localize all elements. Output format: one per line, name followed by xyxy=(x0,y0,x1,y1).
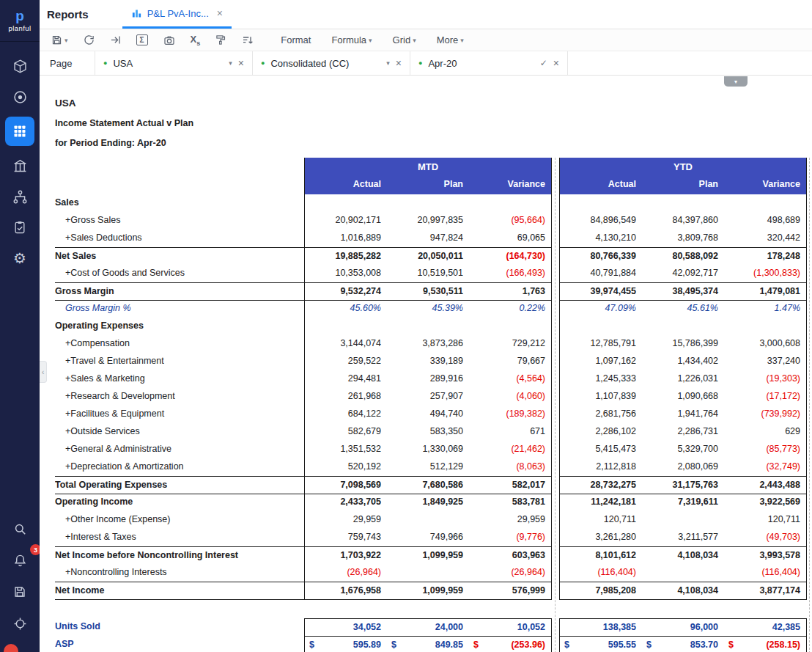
table-cell[interactable] xyxy=(642,564,724,582)
table-cell[interactable]: 1,676,958 xyxy=(305,582,387,599)
table-cell[interactable]: 4,108,034 xyxy=(642,582,724,599)
table-cell[interactable]: 1,763 xyxy=(469,283,551,300)
table-cell[interactable]: 583,781 xyxy=(469,494,551,511)
sidebar-item-modeling[interactable] xyxy=(5,55,34,77)
table-cell[interactable] xyxy=(305,194,387,212)
table-cell[interactable]: 947,824 xyxy=(387,230,469,247)
table-cell[interactable]: 8,101,612 xyxy=(560,547,642,564)
table-cell[interactable]: 0.22% xyxy=(469,300,551,318)
table-cell[interactable]: 7,985,208 xyxy=(560,582,642,599)
row-label[interactable]: +Compensation xyxy=(55,335,304,353)
table-cell[interactable]: 3,144,074 xyxy=(305,335,387,353)
row-label[interactable]: +Depreciation & Amortization xyxy=(55,458,304,476)
table-cell[interactable]: 45.39% xyxy=(387,300,469,318)
table-cell[interactable]: 3,261,280 xyxy=(560,529,642,546)
table-cell[interactable]: 29,959 xyxy=(305,511,387,529)
table-cell[interactable]: (116,404) xyxy=(724,564,806,582)
table-cell[interactable]: 259,522 xyxy=(305,353,387,370)
row-label[interactable]: Gross Margin % xyxy=(55,300,304,318)
table-cell[interactable]: 19,885,282 xyxy=(305,248,387,265)
menu-grid[interactable]: Grid ▾ xyxy=(393,34,416,45)
table-cell[interactable]: 138,385 xyxy=(560,619,642,636)
table-cell[interactable]: 1,849,925 xyxy=(387,494,469,511)
column-header[interactable]: Actual xyxy=(560,175,642,194)
insert-formula-button[interactable]: Σ xyxy=(136,34,148,45)
table-cell[interactable]: 729,212 xyxy=(469,335,551,353)
table-cell[interactable]: 2,443,488 xyxy=(724,477,806,494)
table-cell[interactable]: 582,679 xyxy=(305,423,387,441)
table-cell[interactable]: 15,786,399 xyxy=(642,335,724,353)
table-cell[interactable]: 512,129 xyxy=(387,458,469,476)
column-header[interactable]: Plan xyxy=(642,175,724,194)
row-label[interactable]: +Facilitues & Equipment xyxy=(55,406,304,423)
row-label[interactable]: Operating Income xyxy=(55,494,304,511)
table-cell[interactable]: 749,966 xyxy=(387,529,469,546)
table-cell[interactable]: 38,495,374 xyxy=(642,283,724,300)
table-cell[interactable]: (9,776) xyxy=(469,529,551,546)
table-cell[interactable] xyxy=(387,511,469,529)
table-cell[interactable]: 337,240 xyxy=(724,353,806,370)
table-cell[interactable]: (116,404) xyxy=(560,564,642,582)
table-cell[interactable]: 3,000,608 xyxy=(724,335,806,353)
filter-clear-icon[interactable]: × xyxy=(553,57,559,69)
row-label[interactable]: +General & Administrative xyxy=(55,441,304,458)
save-button[interactable]: ▾ xyxy=(51,34,68,45)
table-cell[interactable]: (166,493) xyxy=(469,265,551,282)
table-cell[interactable]: (4,060) xyxy=(469,388,551,406)
table-cell[interactable]: 45.61% xyxy=(642,300,724,318)
table-cell[interactable]: 520,192 xyxy=(305,458,387,476)
row-label[interactable]: +Gross Sales xyxy=(55,212,304,230)
row-label[interactable]: Sales xyxy=(55,194,304,212)
sidebar-item-reports-active[interactable] xyxy=(5,117,34,146)
row-label[interactable]: +Interest & Taxes xyxy=(55,529,304,546)
filter-period[interactable]: ● Apr-20 ✓ × xyxy=(410,51,568,75)
table-cell[interactable]: 494,740 xyxy=(387,406,469,423)
table-cell[interactable]: (739,992) xyxy=(724,406,806,423)
format-painter-button[interactable] xyxy=(215,34,226,45)
table-cell[interactable]: (26,964) xyxy=(469,564,551,582)
table-cell[interactable] xyxy=(387,564,469,582)
table-cell[interactable]: 1,016,889 xyxy=(305,230,387,247)
table-cell[interactable]: 40,791,884 xyxy=(560,265,642,282)
table-cell[interactable]: $849.85 xyxy=(387,637,469,652)
sidebar-item-hierarchy[interactable] xyxy=(5,186,34,208)
table-cell[interactable]: 84,896,549 xyxy=(560,212,642,230)
table-cell[interactable] xyxy=(469,318,551,335)
table-cell[interactable]: 1,099,959 xyxy=(387,547,469,564)
column-header[interactable]: Plan xyxy=(387,175,469,194)
table-cell[interactable]: 178,248 xyxy=(724,248,806,265)
table-cell[interactable]: (17,172) xyxy=(724,388,806,406)
table-cell[interactable]: 1,351,532 xyxy=(305,441,387,458)
row-label[interactable]: Units Sold xyxy=(55,618,304,636)
table-cell[interactable]: 1,099,959 xyxy=(387,582,469,599)
row-label[interactable]: +Cost of Goods and Services xyxy=(55,265,304,282)
table-cell[interactable]: (164,730) xyxy=(469,248,551,265)
run-button[interactable] xyxy=(110,34,121,45)
table-cell[interactable]: 28,732,275 xyxy=(560,477,642,494)
table-cell[interactable]: 1,330,069 xyxy=(387,441,469,458)
table-cell[interactable]: (21,462) xyxy=(469,441,551,458)
table-cell[interactable]: 257,907 xyxy=(387,388,469,406)
table-cell[interactable]: 2,286,731 xyxy=(642,423,724,441)
table-cell[interactable]: (32,749) xyxy=(724,458,806,476)
table-cell[interactable]: (49,703) xyxy=(724,529,806,546)
table-cell[interactable] xyxy=(724,194,806,212)
table-cell[interactable]: 47.09% xyxy=(560,300,642,318)
table-cell[interactable]: 20,997,835 xyxy=(387,212,469,230)
table-cell[interactable]: 261,968 xyxy=(305,388,387,406)
table-cell[interactable] xyxy=(724,318,806,335)
table-cell[interactable]: $(258.15) xyxy=(724,637,806,652)
table-cell[interactable]: 10,052 xyxy=(469,619,551,636)
table-cell[interactable]: 3,922,569 xyxy=(724,494,806,511)
subscript-button[interactable]: Xs xyxy=(191,34,201,47)
table-cell[interactable]: 498,689 xyxy=(724,212,806,230)
table-cell[interactable]: 34,052 xyxy=(305,619,387,636)
table-cell[interactable] xyxy=(642,318,724,335)
table-cell[interactable]: 320,442 xyxy=(724,230,806,247)
table-cell[interactable]: 80,766,339 xyxy=(560,248,642,265)
table-cell[interactable]: 684,122 xyxy=(305,406,387,423)
table-cell[interactable]: $853.70 xyxy=(642,637,724,652)
table-cell[interactable]: 29,959 xyxy=(469,511,551,529)
table-cell[interactable]: 1.47% xyxy=(724,300,806,318)
table-cell[interactable]: $595.55 xyxy=(560,637,642,652)
